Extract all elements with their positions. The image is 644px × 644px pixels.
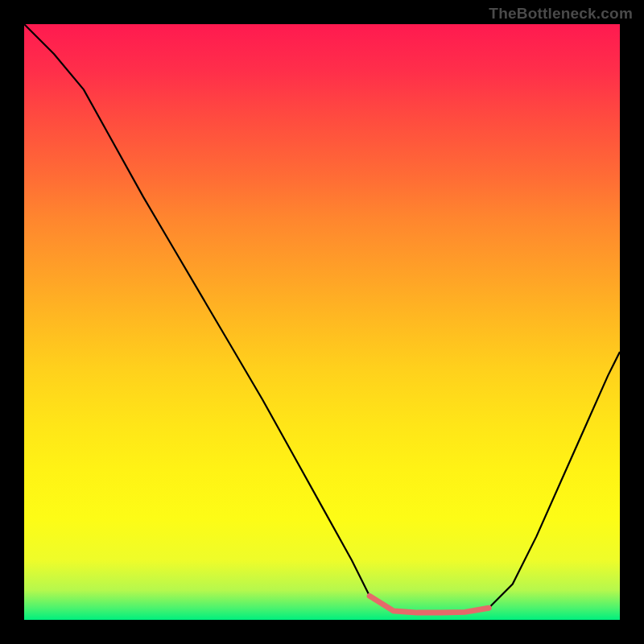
- watermark-text: TheBottleneck.com: [489, 5, 633, 23]
- optimal-range-highlight: [24, 24, 620, 620]
- plot-area: [24, 24, 620, 620]
